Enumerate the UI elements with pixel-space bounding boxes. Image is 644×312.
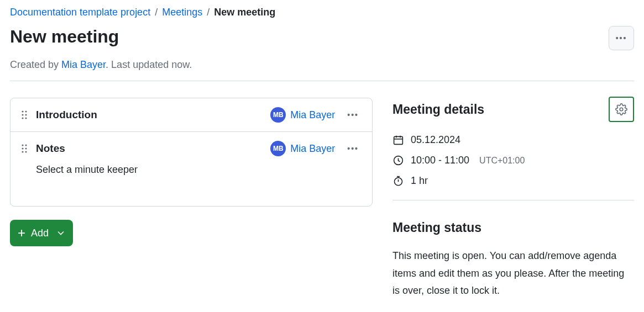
- stopwatch-icon: [392, 175, 404, 187]
- agenda-item: Notes MB Mia Bayer ••• Select a minute k…: [11, 131, 372, 206]
- settings-button[interactable]: [609, 97, 634, 122]
- agenda-list: Introduction MB Mia Bayer ••• Notes MB M…: [10, 98, 373, 207]
- meeting-status-heading: Meeting status: [392, 220, 634, 235]
- plus-icon: +: [18, 226, 25, 240]
- page-author-link[interactable]: Mia Bayer: [61, 59, 106, 70]
- page-meta: Created by Mia Bayer. Last updated now.: [10, 59, 634, 81]
- agenda-item-title: Notes: [36, 142, 270, 155]
- svg-point-7: [25, 145, 27, 146]
- breadcrumb-link-project[interactable]: Documentation template project: [10, 6, 150, 19]
- svg-rect-13: [394, 137, 403, 145]
- drag-handle-icon[interactable]: [19, 110, 29, 120]
- svg-point-4: [22, 118, 23, 119]
- breadcrumb-current: New meeting: [214, 6, 275, 19]
- svg-point-9: [25, 148, 27, 150]
- gear-icon: [615, 103, 627, 115]
- svg-point-12: [620, 108, 623, 111]
- detail-time-value: 10:00 - 11:00: [411, 155, 469, 166]
- agenda-item-more-button[interactable]: •••: [345, 108, 361, 121]
- agenda-item-title: Introduction: [36, 109, 270, 121]
- breadcrumb-separator: /: [155, 6, 158, 19]
- agenda-item-body[interactable]: Select a minute keeper: [36, 164, 361, 197]
- agenda-item-assignee[interactable]: Mia Bayer: [290, 109, 335, 121]
- breadcrumb: Documentation template project / Meeting…: [10, 4, 634, 23]
- detail-duration-value: 1 hr: [411, 175, 428, 187]
- agenda-item-assignee[interactable]: Mia Bayer: [290, 143, 335, 155]
- svg-point-3: [25, 114, 27, 116]
- page-title: New meeting: [10, 26, 119, 47]
- avatar: MB: [270, 107, 286, 123]
- calendar-icon: [392, 134, 404, 146]
- svg-point-2: [22, 114, 23, 116]
- breadcrumb-separator: /: [207, 6, 210, 19]
- clock-icon: [392, 155, 404, 166]
- agenda-item: Introduction MB Mia Bayer •••: [11, 98, 372, 131]
- breadcrumb-link-meetings[interactable]: Meetings: [162, 6, 202, 19]
- detail-duration-row: 1 hr: [392, 175, 634, 187]
- more-icon: •••: [616, 34, 627, 43]
- detail-time-row: 10:00 - 11:00 UTC+01:00: [392, 155, 634, 166]
- meta-created-prefix: Created by: [10, 59, 61, 70]
- add-button[interactable]: + Add: [10, 220, 73, 246]
- detail-date-value: 05.12.2024: [411, 134, 460, 146]
- svg-point-10: [22, 151, 23, 153]
- detail-date-row: 05.12.2024: [392, 134, 634, 146]
- meeting-status-text: This meeting is open. You can add/remove…: [392, 247, 634, 300]
- svg-point-5: [25, 118, 27, 119]
- svg-point-11: [25, 151, 27, 153]
- chevron-down-icon: [57, 231, 64, 235]
- add-button-label: Add: [31, 228, 49, 239]
- meta-updated-suffix: . Last updated now.: [106, 59, 192, 70]
- meeting-details-heading: Meeting details: [392, 102, 484, 117]
- svg-point-1: [25, 111, 27, 113]
- svg-point-6: [22, 145, 23, 146]
- detail-timezone: UTC+01:00: [479, 156, 525, 166]
- svg-point-0: [22, 111, 23, 113]
- page-more-button[interactable]: •••: [609, 26, 634, 50]
- avatar: MB: [270, 141, 286, 156]
- agenda-item-more-button[interactable]: •••: [345, 142, 361, 155]
- svg-point-8: [22, 148, 23, 150]
- drag-handle-icon[interactable]: [19, 144, 29, 154]
